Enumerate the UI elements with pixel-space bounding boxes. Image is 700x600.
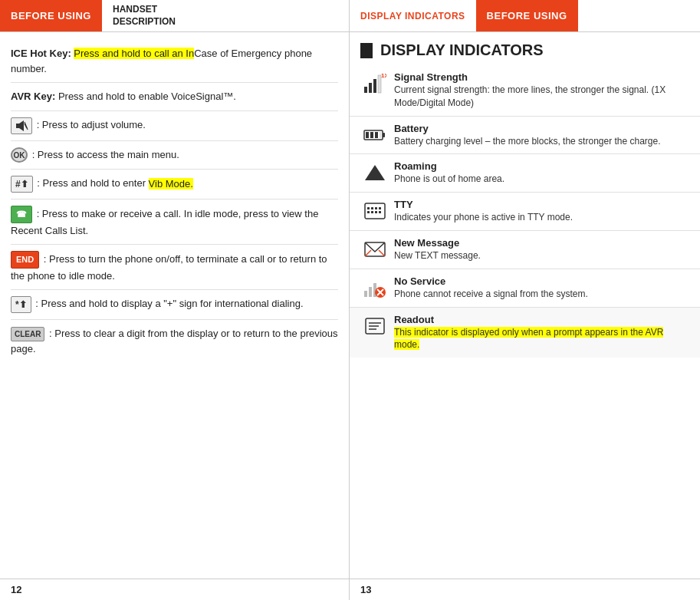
battery-text: Battery Battery charging level – the mor… <box>389 123 689 148</box>
before-using-badge-right: BEFORE USING <box>476 0 578 31</box>
ice-key-highlighted: Press and hold to call an In <box>74 48 194 59</box>
volume-icon <box>11 117 32 134</box>
svg-rect-6 <box>373 79 376 93</box>
no-service-desc: Phone cannot receive a signal from the s… <box>394 288 689 301</box>
signal-strength-desc: Current signal strength: the more lines,… <box>394 84 689 110</box>
green-key-text: : Press to make or receive a call. In id… <box>11 208 318 236</box>
indicator-signal-row: 1X Signal Strength Current signal streng… <box>350 65 700 117</box>
left-content: ICE Hot Key: Press and hold to call an I… <box>0 32 349 579</box>
svg-rect-4 <box>364 87 367 93</box>
green-key-entry: ☎ : Press to make or receive a call. In … <box>11 199 338 245</box>
roaming-text: Roaming Phone is out of home area. <box>389 160 689 186</box>
svg-rect-28 <box>364 291 367 297</box>
roaming-desc: Phone is out of home area. <box>394 173 689 186</box>
hash-key-entry: #⬆ : Press and hold to enter Vib Mode. <box>11 170 338 199</box>
signal-strength-text: Signal Strength Current signal strength:… <box>389 71 689 110</box>
readout-desc-highlighted: This indicator is displayed only when a … <box>394 327 663 351</box>
no-service-title: No Service <box>394 275 689 287</box>
avr-key-text: Press and hold to enable VoiceSignal™. <box>58 91 236 102</box>
star-icon: *⬆ <box>11 296 31 313</box>
star-key-entry: *⬆ : Press and hold to display a "+" sig… <box>11 290 338 320</box>
svg-rect-24 <box>379 211 381 213</box>
clear-icon: CLEAR <box>11 327 44 341</box>
roaming-title: Roaming <box>394 160 689 172</box>
signal-strength-icon: 1X <box>360 71 389 94</box>
ok-key-entry: OK : Press to access the main menu. <box>11 141 338 170</box>
page-number-left-container: 12 <box>0 579 349 600</box>
svg-rect-23 <box>375 211 377 213</box>
hash-key-text-before: : Press and hold to enter <box>37 178 148 190</box>
ok-key-text: : Press to access the main menu. <box>32 149 179 160</box>
svg-rect-19 <box>375 207 377 209</box>
svg-marker-15 <box>365 165 385 180</box>
volume-key-text: : Press to adjust volume. <box>37 119 146 130</box>
handset-description-label: HANDSETDESCRIPTION <box>113 4 176 28</box>
right-header: DISPLAY INDICATORS BEFORE USING <box>350 0 700 32</box>
svg-rect-21 <box>367 211 370 213</box>
avr-key-name: AVR Key: <box>11 91 58 102</box>
svg-rect-17 <box>367 207 370 209</box>
right-content: DISPLAY INDICATORS 1X Signal Strength Cu… <box>350 32 700 579</box>
svg-rect-22 <box>371 211 373 213</box>
indicator-readout-row: Readout This indicator is displayed only… <box>350 308 700 358</box>
left-panel: BEFORE USING HANDSETDESCRIPTION ICE Hot … <box>0 0 350 600</box>
vib-mode-highlighted: Vib Mode. <box>149 178 193 190</box>
readout-title: Readout <box>394 314 689 325</box>
star-key-text: : Press and hold to display a "+" sign f… <box>35 298 303 310</box>
indicator-message-row: New Message New TEXT message. <box>350 231 700 269</box>
left-header-title: HANDSETDESCRIPTION <box>102 0 186 31</box>
svg-rect-11 <box>366 132 369 138</box>
right-panel: DISPLAY INDICATORS BEFORE USING DISPLAY … <box>350 0 700 600</box>
page-number-left: 12 <box>11 584 21 595</box>
message-desc: New TEXT message. <box>394 249 689 262</box>
clear-key-entry: CLEAR : Press to clear a digit from the … <box>11 320 338 363</box>
left-header: BEFORE USING HANDSETDESCRIPTION <box>0 0 349 32</box>
svg-marker-1 <box>19 120 24 131</box>
red-key-entry: END : Press to turn the phone on/off, to… <box>11 245 338 290</box>
readout-text: Readout This indicator is displayed only… <box>389 314 689 352</box>
svg-rect-13 <box>375 132 378 138</box>
indicator-noservice-row: No Service Phone cannot receive a signal… <box>350 269 700 308</box>
svg-rect-20 <box>379 207 381 209</box>
svg-line-26 <box>365 250 371 256</box>
readout-icon <box>360 314 389 337</box>
ice-key-entry: ICE Hot Key: Press and hold to call an I… <box>11 40 338 83</box>
hash-icon: #⬆ <box>11 176 33 193</box>
red-key-text: : Press to turn the phone on/off, to ter… <box>11 253 327 282</box>
avr-key-entry: AVR Key: Press and hold to enable VoiceS… <box>11 83 338 111</box>
tty-text: TTY Indicates your phone is active in TT… <box>389 199 689 224</box>
svg-text:1X: 1X <box>381 73 386 79</box>
tty-desc: Indicates your phone is active in TTY mo… <box>394 211 689 224</box>
message-title: New Message <box>394 237 689 249</box>
tty-title: TTY <box>394 199 689 210</box>
svg-rect-14 <box>380 132 381 138</box>
svg-rect-10 <box>383 133 385 137</box>
green-call-icon: ☎ <box>11 206 32 223</box>
message-icon <box>360 237 389 260</box>
ice-key-name: ICE Hot Key: <box>11 48 74 59</box>
volume-key-entry: : Press to adjust volume. <box>11 111 338 141</box>
indicator-battery-row: Battery Battery charging level – the mor… <box>350 117 700 155</box>
svg-rect-29 <box>369 287 372 297</box>
red-end-icon: END <box>11 251 39 269</box>
readout-desc: This indicator is displayed only when a … <box>394 326 689 352</box>
battery-desc: Battery charging level – the more blocks… <box>394 135 689 148</box>
ok-icon: OK <box>11 147 28 163</box>
display-indicators-header-label: DISPLAY INDICATORS <box>350 0 476 31</box>
page-number-right-container: 13 <box>350 579 700 600</box>
svg-line-27 <box>379 250 385 256</box>
svg-rect-18 <box>371 207 373 209</box>
no-service-text: No Service Phone cannot receive a signal… <box>389 275 689 301</box>
svg-rect-0 <box>16 124 19 128</box>
indicator-tty-row: TTY Indicates your phone is active in TT… <box>350 193 700 231</box>
display-indicators-title-text: DISPLAY INDICATORS <box>380 41 544 59</box>
signal-strength-title: Signal Strength <box>394 71 689 83</box>
battery-icon <box>360 123 389 146</box>
roaming-icon <box>360 160 389 183</box>
display-indicators-title: DISPLAY INDICATORS <box>350 32 700 65</box>
before-using-badge-left: BEFORE USING <box>0 0 102 31</box>
indicator-roaming-row: Roaming Phone is out of home area. <box>350 154 700 193</box>
clear-key-text: : Press to clear a digit from the displa… <box>11 328 338 354</box>
no-service-icon <box>360 275 389 298</box>
svg-rect-12 <box>370 132 373 138</box>
